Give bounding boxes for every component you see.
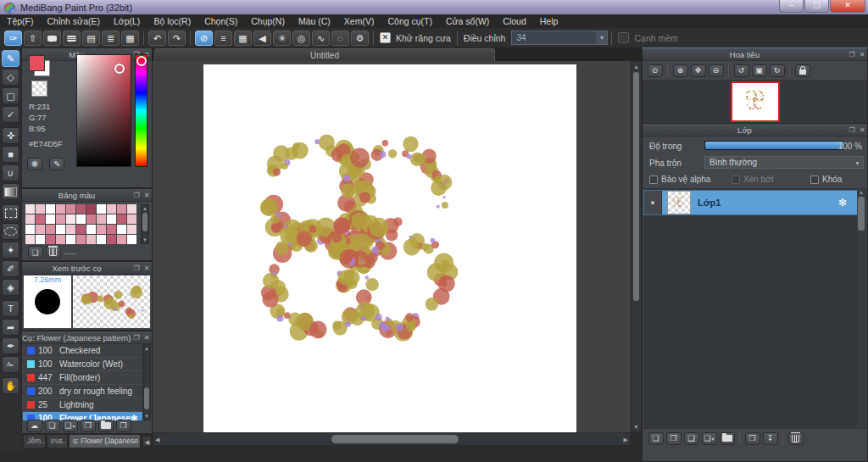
rotate-left-icon[interactable]: ↺ bbox=[734, 64, 749, 77]
new-halftone-layer-icon[interactable]: ❑ bbox=[684, 432, 699, 445]
new-folder-icon[interactable] bbox=[720, 432, 735, 445]
bucket-tool[interactable]: ∪ bbox=[2, 164, 19, 181]
brush-group-tab[interactable]: Irus.. bbox=[47, 434, 68, 448]
scroll-left-icon[interactable]: ◀ bbox=[155, 437, 159, 443]
document-icon[interactable]: ▤ bbox=[82, 31, 100, 46]
copy-layer-icon[interactable]: ❐ bbox=[745, 432, 760, 445]
undo-icon[interactable]: ↶ bbox=[148, 31, 166, 46]
brush-item[interactable]: 100Checkered bbox=[23, 344, 142, 358]
delete-layer-icon[interactable] bbox=[788, 432, 804, 445]
palette-swatch[interactable] bbox=[76, 225, 86, 234]
canvas-vertical-scrollbar[interactable]: ▲ ▼ bbox=[631, 61, 642, 432]
select-tool[interactable] bbox=[2, 204, 19, 221]
maximize-button[interactable]: ▢ bbox=[804, 0, 829, 13]
snap-ellipse-icon[interactable]: ◌ bbox=[331, 31, 349, 46]
redo-icon[interactable]: ↷ bbox=[168, 31, 186, 46]
close-icon[interactable]: ✕ bbox=[142, 264, 152, 272]
palette-swatch[interactable] bbox=[86, 235, 96, 244]
scrollbar-thumb[interactable] bbox=[633, 72, 639, 301]
snap-curve-icon[interactable]: ∿ bbox=[312, 31, 330, 46]
fill-rect-tool[interactable]: ■ bbox=[2, 146, 19, 163]
eyedropper-tool[interactable]: ✒ bbox=[2, 337, 19, 354]
artboard[interactable] bbox=[203, 64, 576, 432]
move-tool[interactable]: ✜ bbox=[2, 127, 19, 144]
palette-swatch[interactable] bbox=[117, 204, 126, 214]
scrollbar-thumb[interactable] bbox=[142, 213, 147, 231]
opacity-slider[interactable] bbox=[704, 141, 844, 150]
palette-swatch[interactable] bbox=[97, 204, 106, 214]
history-icon[interactable]: ≣ bbox=[102, 31, 120, 46]
select-pen-tool[interactable]: ✐ bbox=[2, 260, 19, 277]
alpha-protect-checkbox[interactable] bbox=[649, 175, 658, 184]
fit-screen-icon[interactable]: ✥ bbox=[691, 64, 706, 77]
menu-item-lpl[interactable]: Lớp(L) bbox=[107, 16, 147, 26]
scroll-down-icon[interactable]: ▼ bbox=[142, 237, 148, 242]
snap-vanishing-point-icon[interactable]: ◀ bbox=[253, 31, 271, 46]
brush-item[interactable]: 25Lightning bbox=[23, 398, 142, 412]
menu-item-xemv[interactable]: Xem(V) bbox=[337, 16, 381, 26]
menu-item-casw[interactable]: Cửa sổ(W) bbox=[439, 16, 496, 26]
brush-list-scrollbar[interactable]: ▲ ▼ bbox=[142, 344, 151, 420]
transparent-color-swatch[interactable] bbox=[31, 81, 47, 97]
alpha-protect-option[interactable]: Bảo vệ alpha bbox=[649, 175, 710, 184]
dot-pen-tool[interactable]: ✓ bbox=[2, 106, 19, 123]
close-icon[interactable]: ✕ bbox=[857, 51, 867, 58]
palette-swatch[interactable] bbox=[76, 204, 86, 214]
divide-tool[interactable]: ✁ bbox=[2, 356, 19, 373]
menu-item-tpf[interactable]: Tệp(F) bbox=[0, 16, 41, 26]
palette-swatch[interactable] bbox=[56, 214, 65, 224]
palette-swatch[interactable] bbox=[107, 235, 116, 244]
close-icon[interactable]: ✕ bbox=[142, 334, 152, 342]
layer-scrollbar[interactable]: ▲ bbox=[857, 189, 865, 428]
palette-swatch[interactable] bbox=[127, 214, 136, 224]
palette-swatch[interactable] bbox=[97, 214, 106, 224]
text-tool[interactable]: T bbox=[2, 300, 19, 317]
menu-item-chns[interactable]: Chọn(S) bbox=[198, 16, 244, 26]
lock-option[interactable]: Khóa bbox=[810, 175, 842, 184]
duplicate-brush-icon[interactable]: ❐ bbox=[116, 420, 131, 432]
popout-icon[interactable]: ❐ bbox=[131, 264, 142, 272]
close-icon[interactable]: ✕ bbox=[142, 192, 152, 199]
cloud-brush-icon[interactable]: ☁ bbox=[27, 420, 42, 432]
duplicate-layer-icon[interactable]: ❐ bbox=[666, 432, 682, 445]
popout-icon[interactable]: ❐ bbox=[131, 334, 142, 342]
palette-swatch[interactable] bbox=[56, 225, 65, 234]
snap-grid-icon[interactable]: ▦ bbox=[234, 31, 252, 46]
menu-item-cngct[interactable]: Công cụ(T) bbox=[381, 16, 439, 26]
brush-group-tab[interactable]: Jềm.. bbox=[23, 434, 46, 448]
canvas-viewport[interactable] bbox=[153, 61, 631, 432]
scroll-up-icon[interactable]: ▲ bbox=[143, 346, 150, 351]
operation-tool[interactable]: ➦ bbox=[2, 319, 19, 336]
layer-settings-gear-icon[interactable]: ✻ bbox=[838, 197, 857, 209]
palette-swatch[interactable] bbox=[25, 204, 35, 214]
palette-edit-icon[interactable]: ✎ bbox=[49, 158, 64, 170]
palette-swatch[interactable] bbox=[66, 214, 75, 224]
snap-radial-icon[interactable]: ✳ bbox=[273, 31, 291, 46]
palette-swatch[interactable] bbox=[117, 214, 126, 224]
publish-icon[interactable]: ⇧ bbox=[24, 31, 42, 46]
scrollbar-thumb[interactable] bbox=[858, 197, 865, 231]
scroll-up-icon[interactable]: ▲ bbox=[142, 206, 148, 211]
hue-bar[interactable] bbox=[135, 54, 147, 167]
zoom-in-icon[interactable]: ⊕ bbox=[673, 64, 688, 77]
palette-swatch[interactable] bbox=[46, 225, 55, 234]
palette-swatch[interactable] bbox=[107, 204, 116, 214]
menu-item-help[interactable]: Help bbox=[533, 16, 565, 26]
palette-scrollbar[interactable]: ▲ ▼ bbox=[141, 204, 149, 244]
palette-swatch[interactable] bbox=[86, 225, 96, 234]
brush-item[interactable]: 200dry or rough feeling bbox=[23, 385, 142, 398]
brush-settings-icon[interactable]: ❒ bbox=[81, 420, 96, 432]
merge-down-icon[interactable]: ↧ bbox=[763, 432, 778, 445]
scroll-right-icon[interactable]: ▶ bbox=[624, 437, 628, 443]
palette-swatch[interactable] bbox=[97, 225, 106, 234]
layer-visibility-icon[interactable]: ● bbox=[644, 191, 662, 214]
zoom-out-icon[interactable]: ⊖ bbox=[709, 64, 724, 77]
scroll-up-icon[interactable]: ▲ bbox=[857, 190, 865, 195]
soft-edge-checkbox[interactable] bbox=[618, 32, 629, 43]
snap-concentric-icon[interactable]: ◎ bbox=[292, 31, 310, 46]
palette-swatch[interactable] bbox=[117, 235, 126, 244]
brush-group-tab[interactable]: ọ: Flower (Japanese pa.. bbox=[69, 434, 141, 448]
scrollbar-thumb[interactable] bbox=[331, 435, 459, 443]
palette-swatch[interactable] bbox=[66, 204, 75, 214]
palette-swatch[interactable] bbox=[36, 204, 45, 214]
